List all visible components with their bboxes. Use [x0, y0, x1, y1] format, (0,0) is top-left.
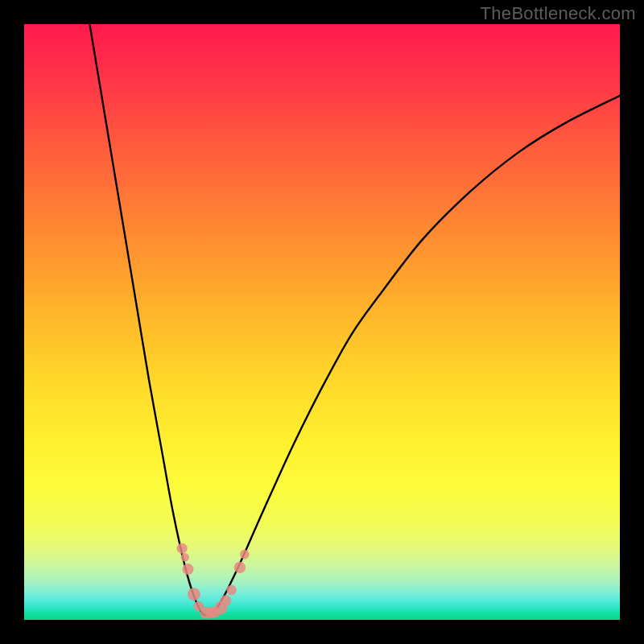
data-marker: [183, 564, 194, 575]
data-marker: [234, 562, 246, 573]
data-marker: [240, 550, 250, 559]
chart-svg: [24, 24, 620, 620]
data-marker: [181, 553, 189, 561]
data-marker: [177, 543, 188, 554]
data-marker: [220, 595, 231, 606]
data-marker: [226, 585, 236, 595]
data-marker: [188, 588, 200, 601]
plot-area: [24, 24, 620, 620]
marker-group: [177, 543, 250, 619]
watermark-text: TheBottleneck.com: [481, 3, 636, 24]
chart-frame: TheBottleneck.com: [0, 0, 644, 644]
bottleneck-curve: [89, 24, 620, 615]
